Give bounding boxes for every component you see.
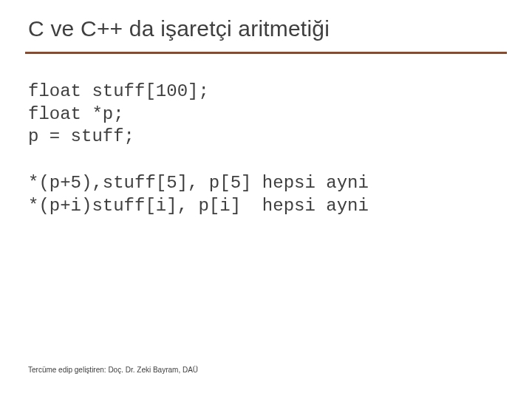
code-line: float *p; <box>28 104 124 124</box>
title-rule <box>25 52 507 54</box>
code-line: float stuff[100]; <box>28 81 209 101</box>
slide-title: C ve C++ da işaretçi aritmetiği <box>28 16 504 41</box>
code-line: *(p+5),stuff[5], p[5] hepsi ayni <box>28 173 369 193</box>
slide-footer: Tercüme edip geliştiren: Doç. Dr. Zeki B… <box>28 366 198 374</box>
slide: C ve C++ da işaretçi aritmetiği float st… <box>0 0 532 399</box>
code-line: p = stuff; <box>28 126 134 146</box>
code-block-declarations: float stuff[100]; float *p; p = stuff; <box>28 81 504 149</box>
code-block-equivalences: *(p+5),stuff[5], p[5] hepsi ayni *(p+i)s… <box>28 172 504 217</box>
code-line: *(p+i)stuff[i], p[i] hepsi ayni <box>28 196 369 216</box>
